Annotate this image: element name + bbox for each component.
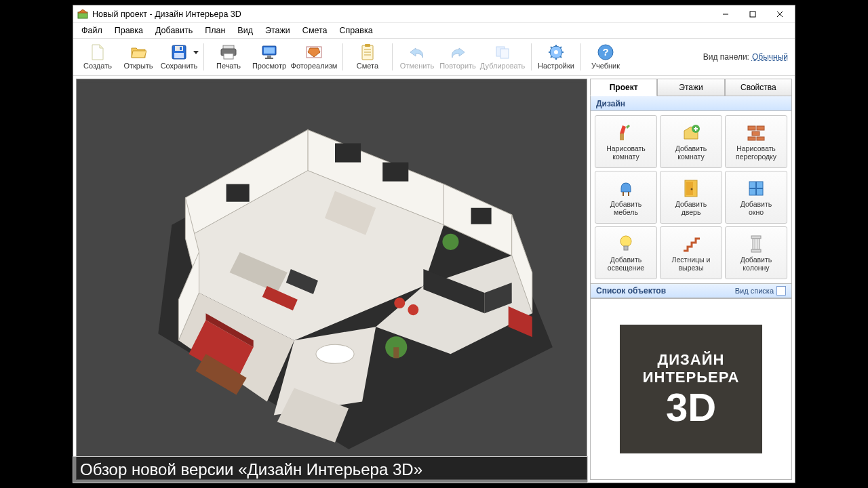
svg-point-68 xyxy=(316,344,354,363)
object-list-header: Список объектов Вид списка xyxy=(591,283,791,298)
chair-icon xyxy=(616,178,636,199)
floppy-icon xyxy=(171,44,187,60)
tab-floors[interactable]: Этажи xyxy=(657,79,724,96)
svg-rect-72 xyxy=(620,134,624,140)
brush-icon xyxy=(616,123,636,143)
object-list-title: Список объектов xyxy=(596,286,666,296)
undo-icon xyxy=(409,44,425,60)
svg-point-67 xyxy=(442,234,458,250)
tutorial-button[interactable]: ? Учебник xyxy=(585,40,626,74)
menu-edit[interactable]: Правка xyxy=(109,24,149,37)
svg-rect-66 xyxy=(393,347,399,358)
sidebar-tabs: Проект Этажи Свойства xyxy=(590,79,792,96)
svg-line-34 xyxy=(560,56,561,58)
door-icon xyxy=(681,178,701,199)
tab-project[interactable]: Проект xyxy=(590,79,657,96)
menu-estimate[interactable]: Смета xyxy=(297,24,333,37)
svg-rect-77 xyxy=(748,137,755,140)
svg-rect-8 xyxy=(180,47,182,50)
menu-file[interactable]: Файл xyxy=(76,24,108,37)
preview-button[interactable]: Просмотр xyxy=(249,40,290,74)
menu-add[interactable]: Добавить xyxy=(150,24,198,37)
save-button[interactable]: Сохранить xyxy=(159,40,199,74)
menu-view[interactable]: Вид xyxy=(232,24,258,37)
svg-text:?: ? xyxy=(602,46,608,58)
svg-point-70 xyxy=(394,298,405,308)
cube-image-icon xyxy=(306,44,322,60)
svg-rect-78 xyxy=(757,137,764,140)
separator xyxy=(580,43,581,70)
printer-icon xyxy=(220,44,237,60)
titlebar: Новый проект - Дизайн Интерьера 3D xyxy=(73,5,795,23)
menu-plan[interactable]: План xyxy=(199,24,231,37)
list-view-toggle[interactable] xyxy=(776,286,786,296)
svg-rect-17 xyxy=(265,58,273,59)
add-door-button[interactable]: Добавить дверь xyxy=(660,171,722,224)
design-section: Дизайн Нарисовать комнату Добавить комна… xyxy=(590,96,792,299)
photoreal-button[interactable]: Фотореализм xyxy=(290,40,338,74)
menu-floors[interactable]: Этажи xyxy=(260,24,296,37)
add-room-button[interactable]: Добавить комнату xyxy=(660,115,722,168)
svg-line-33 xyxy=(551,47,552,48)
add-furniture-button[interactable]: Добавить мебель xyxy=(595,171,657,224)
design-header: Дизайн xyxy=(591,96,791,111)
separator xyxy=(531,43,532,70)
svg-rect-7 xyxy=(175,46,183,51)
estimate-button[interactable]: Смета xyxy=(347,40,388,74)
dropdown-arrow-icon[interactable] xyxy=(193,51,199,55)
undo-button[interactable]: Отменить xyxy=(397,40,437,74)
separator xyxy=(392,43,393,70)
svg-rect-9 xyxy=(174,53,184,58)
right-sidebar: Проект Этажи Свойства Дизайн Нарисовать … xyxy=(590,79,792,480)
window-title: Новый проект - Дизайн Интерьера 3D xyxy=(92,9,712,19)
svg-line-35 xyxy=(560,47,561,48)
svg-rect-54 xyxy=(226,184,250,202)
svg-rect-75 xyxy=(757,126,764,130)
open-button[interactable]: Открыть xyxy=(118,40,159,74)
folder-open-icon xyxy=(130,44,146,60)
app-icon xyxy=(77,9,88,20)
create-button[interactable]: Создать xyxy=(77,40,118,74)
logo-panel: ДИЗАЙН ИНТЕРЬЕРА 3D xyxy=(590,299,792,480)
svg-point-83 xyxy=(691,188,693,190)
file-blank-icon xyxy=(90,44,106,60)
print-button[interactable]: Печать xyxy=(208,40,249,74)
svg-point-28 xyxy=(554,50,558,54)
add-column-button[interactable]: Добавить колонну xyxy=(725,226,787,279)
room-plus-icon xyxy=(681,123,701,143)
draw-room-button[interactable]: Нарисовать комнату xyxy=(595,115,657,168)
panel-mode-link[interactable]: Обычный xyxy=(752,52,788,62)
app-window: Новый проект - Дизайн Интерьера 3D Файл … xyxy=(73,5,795,483)
svg-rect-88 xyxy=(624,246,628,250)
redo-button[interactable]: Повторить xyxy=(437,40,478,74)
column-icon xyxy=(746,234,766,254)
svg-point-87 xyxy=(620,236,631,247)
draw-wall-button[interactable]: Нарисовать перегородку xyxy=(725,115,787,168)
svg-point-71 xyxy=(408,304,418,315)
svg-rect-74 xyxy=(748,126,755,130)
video-caption: Обзор новой версии «Дизайн Интерьера 3D» xyxy=(73,456,588,483)
close-button[interactable] xyxy=(766,6,793,22)
svg-rect-21 xyxy=(365,44,370,47)
panel-mode-label: Вид панели: xyxy=(703,52,749,62)
stairs-button[interactable]: Лестницы и вырезы xyxy=(660,226,722,279)
help-icon: ? xyxy=(597,44,614,60)
settings-button[interactable]: Настройки xyxy=(536,40,576,74)
add-window-button[interactable]: Добавить окно xyxy=(725,171,787,224)
menu-help[interactable]: Справка xyxy=(334,24,378,37)
minimize-button[interactable] xyxy=(712,6,739,22)
brick-icon xyxy=(746,123,766,143)
add-light-button[interactable]: Добавить освещение xyxy=(595,226,657,279)
viewport-3d[interactable] xyxy=(76,79,587,480)
duplicate-button[interactable]: Дублировать xyxy=(478,40,527,74)
window-icon xyxy=(746,178,766,199)
svg-rect-3 xyxy=(750,12,755,17)
floorplan-3d xyxy=(77,79,587,479)
stairs-icon xyxy=(681,234,701,254)
toolbar: Создать Открыть Сохранить Печать Просмот… xyxy=(73,38,795,76)
svg-rect-13 xyxy=(224,54,233,59)
monitor-icon xyxy=(261,44,277,60)
maximize-button[interactable] xyxy=(739,6,766,22)
tab-props[interactable]: Свойства xyxy=(725,79,792,96)
clipboard-icon xyxy=(359,44,376,60)
